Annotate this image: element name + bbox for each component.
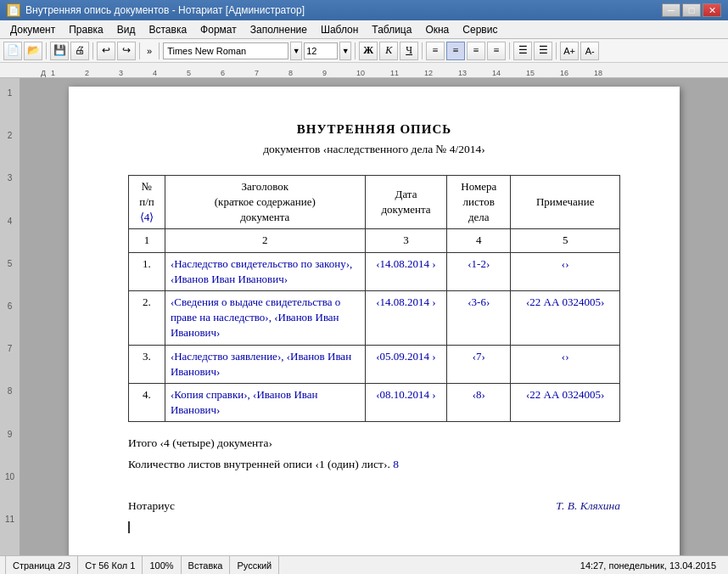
align-justify-button[interactable]: ≡ — [487, 42, 506, 60]
cursor-indicator[interactable] — [128, 521, 130, 533]
font-increase-button[interactable]: A+ — [560, 42, 579, 60]
row2-note: ‹22 АА 0324005› — [511, 291, 620, 346]
row4-note: ‹22 АА 0324005› — [511, 383, 620, 421]
row2-pages: ‹3-6› — [447, 291, 511, 346]
table-subheader-2: 2 — [165, 229, 365, 252]
align-left-button[interactable]: ≡ — [426, 42, 445, 60]
table-subheader-4: 4 — [447, 229, 511, 252]
left-gutter: 1 2 3 4 5 6 7 8 9 10 11 — [0, 78, 20, 555]
underline-button[interactable]: Ч — [400, 42, 418, 60]
row3-num: 3. — [129, 345, 165, 383]
font-name-input[interactable] — [163, 42, 288, 59]
footer-page-count: 8 — [393, 458, 399, 470]
table-header-pages: Номера листов дела — [447, 175, 511, 229]
numlist-button[interactable]: ☰ — [534, 42, 552, 60]
toolbar-sep-7 — [509, 42, 510, 59]
toolbar-sep-6 — [422, 42, 423, 59]
status-mode: Вставка — [182, 556, 231, 574]
table-row: 3. ‹Наследство заявление›, ‹Иванов Иван … — [129, 345, 620, 383]
row2-date: ‹14.08.2014 › — [365, 291, 447, 346]
row2-content: ‹Сведения о выдаче свидетельства о праве… — [165, 291, 365, 346]
maximize-button[interactable]: □ — [682, 3, 701, 17]
table-header-note: Примечание — [511, 175, 620, 229]
row4-num: 4. — [129, 383, 165, 421]
new-button[interactable]: 📄 — [3, 42, 22, 60]
undo-button[interactable]: ↩ — [97, 42, 115, 60]
menu-insert[interactable]: Вставка — [143, 22, 194, 37]
menu-bar: Документ Правка Вид Вставка Формат Запол… — [0, 20, 728, 39]
table-row: 1. ‹Наследство свидетельство по закону›,… — [129, 252, 620, 290]
font-decrease-button[interactable]: A- — [580, 42, 599, 60]
list-button[interactable]: ☰ — [513, 42, 532, 60]
table-subheader-1: 1 — [129, 229, 165, 252]
toolbar-sep-3 — [139, 42, 140, 59]
row2-num: 2. — [129, 291, 165, 346]
table-subheader-5: 5 — [511, 229, 620, 252]
row4-date: ‹08.10.2014 › — [365, 383, 447, 421]
document-table: № п/п ⟨4⟩ Заголовок (краткое содержание)… — [128, 175, 620, 422]
italic-button[interactable]: К — [379, 42, 398, 60]
bold-button[interactable]: Ж — [359, 42, 378, 60]
row4-pages: ‹8› — [447, 383, 511, 421]
status-position: Ст 56 Кол 1 — [78, 556, 143, 574]
menu-fill[interactable]: Заполнение — [244, 22, 314, 37]
table-row: 4. ‹Копия справки›, ‹Иванов Иван Иванови… — [129, 383, 620, 421]
table-header-content: Заголовок (краткое содержание) документа — [165, 175, 365, 229]
status-time: 14:27, понедельник, 13.04.2015 — [574, 556, 723, 574]
menu-service[interactable]: Сервис — [456, 22, 504, 37]
minimize-button[interactable]: ─ — [662, 3, 680, 17]
app-icon: 📄 — [7, 3, 20, 17]
toolbar-sep-2 — [92, 42, 93, 59]
menu-view[interactable]: Вид — [110, 22, 143, 37]
align-right-button[interactable]: ≡ — [467, 42, 485, 60]
menu-windows[interactable]: Окна — [418, 22, 456, 37]
open-button[interactable]: 📂 — [24, 42, 42, 60]
redo-button[interactable]: ↪ — [117, 42, 136, 60]
row3-pages: ‹7› — [447, 345, 511, 383]
row3-note: ‹› — [511, 345, 620, 383]
menu-edit[interactable]: Правка — [62, 22, 110, 37]
font-name-dropdown[interactable]: ▼ — [290, 42, 302, 60]
font-size-input[interactable] — [304, 42, 338, 59]
menu-template[interactable]: Шаблон — [314, 22, 365, 37]
row1-pages: ‹1-2› — [447, 252, 511, 290]
ruler: Д 1 2 3 4 5 6 7 8 9 10 11 12 13 14 15 16 — [0, 63, 728, 78]
menu-table[interactable]: Таблица — [365, 22, 418, 37]
row3-date: ‹05.09.2014 › — [365, 345, 447, 383]
toolbar-sep-4 — [159, 42, 160, 59]
close-button[interactable]: ✕ — [703, 3, 721, 17]
menu-document[interactable]: Документ — [3, 22, 62, 37]
document-area[interactable]: ВНУТРЕННЯЯ ОПИСЬ документов ‹наследствен… — [20, 78, 728, 555]
more-symbol: » — [143, 46, 155, 56]
toolbar: 📄 📂 💾 🖨 ↩ ↪ » ▼ ▼ Ж К Ч ≡ ≡ ≡ ≡ ☰ ☰ A+ A… — [0, 39, 728, 63]
row3-content: ‹Наследство заявление›, ‹Иванов Иван Ива… — [165, 345, 365, 383]
notary-signature: Т. В. Кляхина — [556, 499, 620, 512]
window-title: Внутренняя опись документов - Нотариат [… — [25, 4, 305, 16]
save-button[interactable]: 💾 — [50, 42, 69, 60]
toolbar-sep-8 — [556, 42, 557, 59]
document-title: ВНУТРЕННЯЯ ОПИСЬ — [128, 121, 620, 138]
status-page: Страница 2/3 — [5, 556, 78, 574]
status-bar: Страница 2/3 Ст 56 Кол 1 100% Вставка Ру… — [0, 555, 728, 574]
menu-format[interactable]: Формат — [193, 22, 244, 37]
toolbar-sep-5 — [355, 42, 356, 59]
row4-content: ‹Копия справки›, ‹Иванов Иван Иванович› — [165, 383, 365, 421]
document-subtitle: документов ‹наследственного дела № 4/201… — [128, 142, 620, 158]
footer-line-1: Итого ‹4 (четыре) документа› — [128, 436, 620, 452]
row1-date: ‹14.08.2014 › — [365, 252, 447, 290]
print-button[interactable]: 🖨 — [70, 42, 89, 60]
row1-content: ‹Наследство свидетельство по закону›, ‹И… — [165, 252, 365, 290]
font-size-dropdown[interactable]: ▼ — [339, 42, 351, 60]
table-header-num: № п/п ⟨4⟩ — [129, 175, 165, 229]
document-page[interactable]: ВНУТРЕННЯЯ ОПИСЬ документов ‹наследствен… — [69, 87, 680, 555]
table-header-date: Дата документа — [365, 175, 447, 229]
table-row: 2. ‹Сведения о выдаче свидетельства о пр… — [129, 291, 620, 346]
toolbar-sep-1 — [46, 42, 47, 59]
footer-line-2: Количество листов внутренней описи ‹1 (о… — [128, 457, 620, 473]
row1-num: 1. — [129, 252, 165, 290]
main-area: 1 2 3 4 5 6 7 8 9 10 11 ВНУТРЕННЯЯ ОПИСЬ… — [0, 78, 728, 555]
row1-note: ‹› — [511, 252, 620, 290]
table-subheader-3: 3 — [365, 229, 447, 252]
notary-label: Нотариус — [128, 499, 175, 512]
align-center-button[interactable]: ≡ — [446, 42, 465, 60]
